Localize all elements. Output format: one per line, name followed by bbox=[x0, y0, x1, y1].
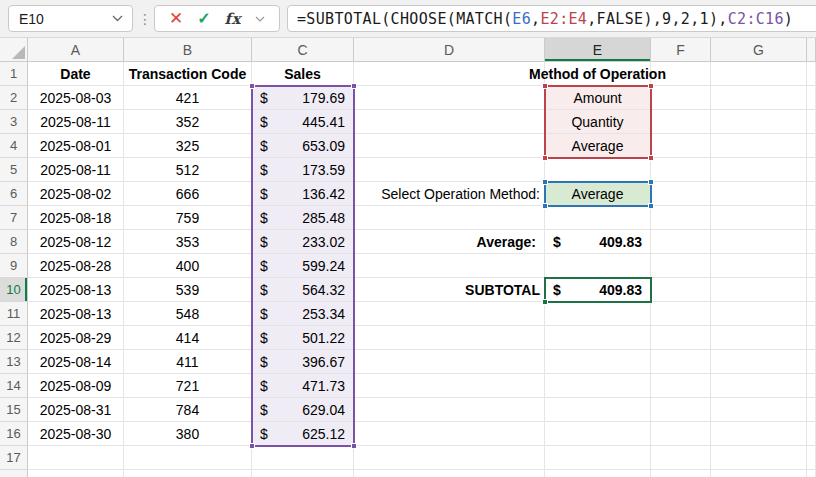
cell-B3[interactable]: 352 bbox=[124, 110, 252, 134]
cell-H5[interactable] bbox=[807, 158, 816, 182]
selection-handle[interactable] bbox=[648, 179, 654, 185]
cell-H1[interactable] bbox=[807, 62, 816, 86]
cell-B5[interactable]: 512 bbox=[124, 158, 252, 182]
cell-B14[interactable]: 721 bbox=[124, 374, 252, 398]
cell-A10[interactable]: 2025-08-13 bbox=[28, 278, 124, 302]
cell-H18[interactable] bbox=[807, 470, 816, 477]
cell-F17[interactable] bbox=[651, 446, 711, 470]
cell-B1[interactable]: Transaction Code bbox=[124, 62, 252, 86]
cell-C17[interactable] bbox=[252, 446, 354, 470]
cell-G12[interactable] bbox=[711, 326, 807, 350]
cell-E17[interactable] bbox=[545, 446, 651, 470]
cell-B7[interactable]: 759 bbox=[124, 206, 252, 230]
column-header-D[interactable]: D bbox=[354, 38, 545, 62]
range-highlight-C2-C16[interactable] bbox=[251, 85, 355, 447]
cell-G18[interactable] bbox=[711, 470, 807, 477]
cell-G11[interactable] bbox=[711, 302, 807, 326]
cell-B6[interactable]: 666 bbox=[124, 182, 252, 206]
cell-G13[interactable] bbox=[711, 350, 807, 374]
cell-H7[interactable] bbox=[807, 206, 816, 230]
cell-A2[interactable]: 2025-08-03 bbox=[28, 86, 124, 110]
selection-handle[interactable] bbox=[648, 83, 654, 89]
chevron-down-icon[interactable] bbox=[112, 15, 132, 22]
cell-H3[interactable] bbox=[807, 110, 816, 134]
cell-G3[interactable] bbox=[711, 110, 807, 134]
cell-A3[interactable]: 2025-08-11 bbox=[28, 110, 124, 134]
cell-E14[interactable] bbox=[545, 374, 651, 398]
cell-F8[interactable] bbox=[651, 230, 711, 254]
cell-F3[interactable] bbox=[651, 110, 711, 134]
cell-D4[interactable] bbox=[354, 134, 545, 158]
cell-A13[interactable]: 2025-08-14 bbox=[28, 350, 124, 374]
row-header-6[interactable]: 6 bbox=[0, 182, 28, 206]
cell-A7[interactable]: 2025-08-18 bbox=[28, 206, 124, 230]
cell-D7[interactable] bbox=[354, 206, 545, 230]
selection-handle[interactable] bbox=[542, 155, 548, 161]
cell-A15[interactable]: 2025-08-31 bbox=[28, 398, 124, 422]
cell-E12[interactable] bbox=[545, 326, 651, 350]
cell-G1[interactable] bbox=[711, 62, 807, 86]
selection-handle[interactable] bbox=[648, 155, 654, 161]
row-header-18[interactable]: 18 bbox=[0, 470, 28, 477]
cell-B10[interactable]: 539 bbox=[124, 278, 252, 302]
cell-G15[interactable] bbox=[711, 398, 807, 422]
cell-E13[interactable] bbox=[545, 350, 651, 374]
cell-G6[interactable] bbox=[711, 182, 807, 206]
cell-F6[interactable] bbox=[651, 182, 711, 206]
cell-F14[interactable] bbox=[651, 374, 711, 398]
cell-D13[interactable] bbox=[354, 350, 545, 374]
column-header-G[interactable]: G bbox=[711, 38, 807, 62]
cell-H16[interactable] bbox=[807, 422, 816, 446]
cell-D1[interactable] bbox=[354, 62, 545, 86]
cell-C18[interactable] bbox=[252, 470, 354, 477]
cell-H2[interactable] bbox=[807, 86, 816, 110]
cell-H4[interactable] bbox=[807, 134, 816, 158]
cell-D14[interactable] bbox=[354, 374, 545, 398]
row-header-16[interactable]: 16 bbox=[0, 422, 28, 446]
cell-A16[interactable]: 2025-08-30 bbox=[28, 422, 124, 446]
cell-F11[interactable] bbox=[651, 302, 711, 326]
cell-G14[interactable] bbox=[711, 374, 807, 398]
cell-A9[interactable]: 2025-08-28 bbox=[28, 254, 124, 278]
cell-E18[interactable] bbox=[545, 470, 651, 477]
row-header-12[interactable]: 12 bbox=[0, 326, 28, 350]
row-header-4[interactable]: 4 bbox=[0, 134, 28, 158]
cell-F10[interactable] bbox=[651, 278, 711, 302]
cell-F18[interactable] bbox=[651, 470, 711, 477]
cell-D16[interactable] bbox=[354, 422, 545, 446]
cell-F16[interactable] bbox=[651, 422, 711, 446]
cell-B15[interactable]: 784 bbox=[124, 398, 252, 422]
cell-F2[interactable] bbox=[651, 86, 711, 110]
selection-handle[interactable] bbox=[249, 443, 255, 449]
cell-E15[interactable] bbox=[545, 398, 651, 422]
cell-A6[interactable]: 2025-08-02 bbox=[28, 182, 124, 206]
cell-D11[interactable] bbox=[354, 302, 545, 326]
cell-F13[interactable] bbox=[651, 350, 711, 374]
cell-G5[interactable] bbox=[711, 158, 807, 182]
selection-handle[interactable] bbox=[351, 83, 357, 89]
fill-handle[interactable] bbox=[542, 299, 548, 305]
cancel-icon[interactable]: ✕ bbox=[169, 10, 183, 27]
select-all-button[interactable] bbox=[0, 38, 28, 62]
cell-A8[interactable]: 2025-08-12 bbox=[28, 230, 124, 254]
cell-H9[interactable] bbox=[807, 254, 816, 278]
row-header-5[interactable]: 5 bbox=[0, 158, 28, 182]
cell-F5[interactable] bbox=[651, 158, 711, 182]
selection-handle[interactable] bbox=[542, 179, 548, 185]
cell-F12[interactable] bbox=[651, 326, 711, 350]
selection-handle[interactable] bbox=[249, 83, 255, 89]
cell-G16[interactable] bbox=[711, 422, 807, 446]
row-header-10[interactable]: 10 bbox=[0, 278, 28, 302]
cell-G17[interactable] bbox=[711, 446, 807, 470]
reference-selection-E6[interactable] bbox=[544, 181, 652, 207]
cell-G7[interactable] bbox=[711, 206, 807, 230]
cell-G10[interactable] bbox=[711, 278, 807, 302]
cell-B2[interactable]: 421 bbox=[124, 86, 252, 110]
cell-D10[interactable]: SUBTOTAL bbox=[354, 278, 545, 302]
row-header-11[interactable]: 11 bbox=[0, 302, 28, 326]
cell-G4[interactable] bbox=[711, 134, 807, 158]
cell-F4[interactable] bbox=[651, 134, 711, 158]
cell-H12[interactable] bbox=[807, 326, 816, 350]
cell-D15[interactable] bbox=[354, 398, 545, 422]
cell-A4[interactable]: 2025-08-01 bbox=[28, 134, 124, 158]
